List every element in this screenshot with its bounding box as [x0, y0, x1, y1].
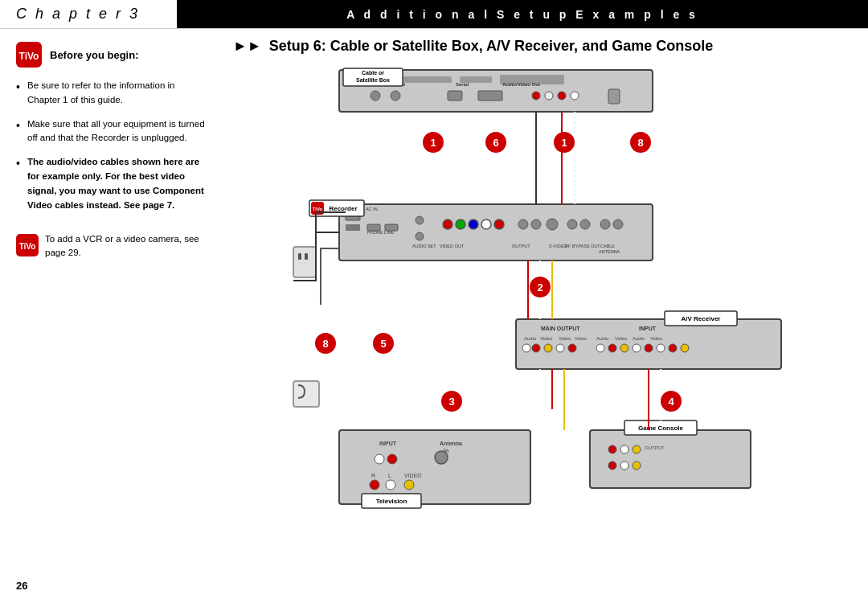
svg-rect-83 [339, 430, 530, 504]
svg-point-75 [620, 344, 628, 352]
svg-text:PHONE LINE: PHONE LINE [367, 230, 395, 235]
svg-point-41 [580, 219, 590, 229]
svg-point-15 [558, 92, 566, 100]
svg-text:1: 1 [430, 137, 436, 149]
svg-point-16 [571, 92, 579, 100]
vcr-note-text: To add a VCR or a video camera, see page… [45, 232, 209, 260]
svg-text:5: 5 [380, 338, 386, 350]
svg-point-39 [547, 219, 558, 230]
before-begin-label: Before you begin: [50, 49, 139, 61]
svg-rect-6 [403, 76, 452, 83]
svg-point-74 [608, 344, 616, 352]
svg-point-76 [633, 344, 641, 352]
svg-text:AUDIO SET: AUDIO SET [412, 244, 436, 248]
diagram-svg: RF In RF Out Serial Audio/Video Out Cabl… [279, 64, 809, 538]
svg-text:Video: Video [615, 336, 628, 341]
svg-rect-111 [293, 381, 319, 407]
svg-point-10 [391, 91, 400, 100]
svg-text:INPUT: INPUT [639, 326, 657, 331]
section-title: A d d i t i o n a l S e t u p E x a m p … [177, 0, 868, 28]
svg-text:Audio: Audio [596, 336, 609, 341]
svg-point-72 [568, 344, 576, 352]
svg-rect-98 [590, 430, 751, 488]
svg-point-95 [404, 480, 414, 490]
right-panel: ►► Setup 6: Cable or Satellite Box, A/V … [225, 29, 868, 603]
svg-point-33 [456, 219, 465, 229]
svg-point-77 [645, 344, 653, 352]
svg-point-14 [545, 92, 553, 100]
svg-text:OUTPUT: OUTPUT [512, 244, 530, 248]
svg-point-43 [613, 219, 623, 229]
svg-point-89 [435, 451, 448, 464]
svg-text:A/V Receiver: A/V Receiver [682, 315, 721, 322]
svg-text:RF BYPASS OUT: RF BYPASS OUT [565, 244, 600, 248]
svg-text:INPUT: INPUT [379, 441, 397, 446]
svg-point-99 [608, 445, 616, 453]
tivo-logo-small-icon: TiVo [16, 234, 39, 256]
svg-text:Satellite Box: Satellite Box [356, 77, 390, 83]
svg-text:Recorder: Recorder [329, 205, 357, 212]
svg-text:Antenna: Antenna [440, 441, 462, 446]
svg-point-88 [387, 454, 397, 464]
arrow-icon: ►► [233, 38, 262, 54]
svg-point-79 [669, 344, 677, 352]
svg-point-13 [532, 92, 540, 100]
svg-point-30 [416, 216, 424, 224]
svg-text:TiVo: TiVo [313, 207, 323, 211]
svg-text:1: 1 [561, 137, 567, 149]
svg-point-101 [633, 445, 641, 453]
svg-text:Serial: Serial [456, 82, 469, 87]
svg-point-105 [633, 461, 641, 470]
svg-point-31 [416, 232, 424, 240]
svg-point-100 [620, 445, 628, 453]
list-item: The audio/video cables shown here are fo… [16, 155, 209, 212]
svg-rect-109 [298, 253, 301, 260]
svg-point-42 [600, 219, 610, 229]
svg-point-80 [681, 344, 689, 352]
svg-text:Video: Video [540, 336, 553, 341]
svg-rect-27 [346, 224, 360, 231]
svg-point-34 [469, 219, 478, 229]
svg-text:8: 8 [322, 338, 328, 350]
svg-text:6: 6 [493, 137, 498, 149]
svg-point-35 [481, 219, 491, 229]
svg-point-73 [596, 344, 604, 352]
svg-point-93 [370, 480, 379, 490]
svg-text:TiVo: TiVo [19, 242, 36, 251]
svg-point-38 [531, 219, 541, 229]
svg-text:L: L [388, 473, 391, 478]
svg-text:Audio: Audio [633, 336, 645, 341]
chapter-text: C h a p t e r 3 [16, 6, 140, 23]
svg-text:Cable or: Cable or [362, 70, 384, 76]
chapter-label: C h a p t e r 3 [0, 0, 177, 28]
svg-text:8: 8 [637, 137, 643, 149]
svg-point-69 [532, 344, 540, 352]
vcr-note: TiVo To add a VCR or a video camera, see… [16, 232, 209, 260]
svg-text:Audio/Video Out: Audio/Video Out [502, 82, 540, 87]
svg-rect-12 [478, 91, 502, 100]
svg-point-104 [620, 461, 628, 470]
setup-title: ►► Setup 6: Cable or Satellite Box, A/V … [233, 37, 855, 55]
svg-rect-11 [448, 91, 462, 100]
list-item: Make sure that all your equipment is tur… [16, 117, 209, 146]
left-panel: TiVo Before you begin: Be sure to refer … [0, 29, 225, 603]
svg-rect-108 [293, 247, 316, 277]
svg-text:4: 4 [668, 396, 674, 408]
svg-text:CABLE: CABLE [600, 244, 615, 248]
svg-text:R: R [371, 473, 375, 478]
svg-text:AC IN: AC IN [366, 207, 378, 211]
svg-text:TiVo: TiVo [19, 51, 39, 62]
svg-point-94 [386, 480, 395, 490]
svg-text:VIDEO: VIDEO [404, 473, 422, 478]
svg-text:Audio: Audio [524, 336, 537, 341]
svg-text:Video: Video [559, 336, 571, 341]
section-title-text: A d d i t i o n a l S e t u p E x a m p … [346, 8, 698, 21]
page-number: 26 [16, 580, 27, 592]
list-item: Be sure to refer to the information in C… [16, 79, 209, 108]
svg-text:2: 2 [537, 281, 542, 293]
svg-rect-17 [608, 89, 620, 104]
main-content: TiVo Before you begin: Be sure to refer … [0, 29, 868, 603]
svg-text:3: 3 [448, 396, 454, 408]
svg-point-40 [567, 219, 577, 229]
before-begin-section: TiVo Before you begin: [16, 42, 209, 68]
